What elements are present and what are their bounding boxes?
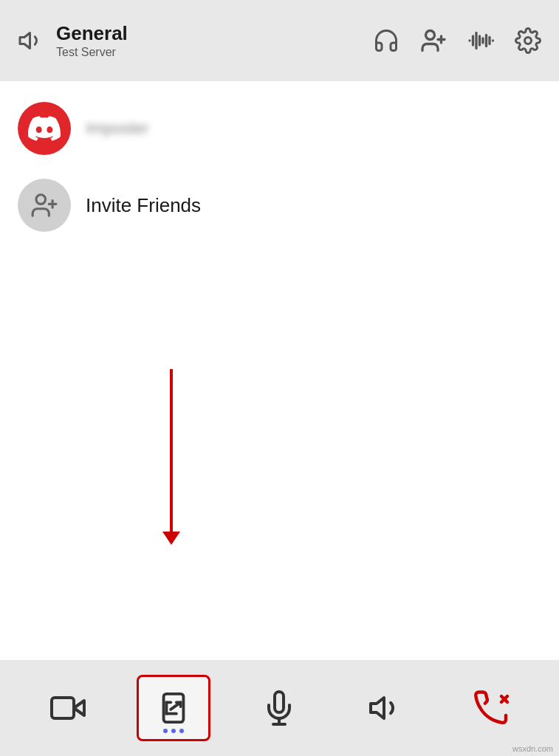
user-name-label: Imposter [86,119,149,138]
volume-icon[interactable] [18,27,44,54]
headphones-icon[interactable] [373,27,399,54]
svg-marker-16 [74,701,84,715]
header-left: General Test Server [18,22,358,58]
svg-point-12 [525,38,532,44]
invite-avatar [18,179,71,232]
arrow-head [162,532,180,545]
speaker-button[interactable] [349,675,422,741]
main-content: Imposter Invite Friends [0,81,559,660]
bottom-toolbar [0,660,559,756]
server-name: Test Server [56,46,128,59]
user-avatar [18,102,71,155]
svg-rect-17 [52,698,74,718]
invite-friends-label: Invite Friends [86,194,201,217]
channel-name: General [56,22,128,45]
settings-icon[interactable] [515,27,541,54]
arrow-line [170,369,173,532]
screen-share-dots [163,729,184,733]
microphone-button[interactable] [242,675,316,741]
video-button[interactable] [31,675,105,741]
svg-point-13 [36,195,46,205]
svg-point-1 [426,31,435,40]
audio-waveform-icon[interactable] [467,27,494,54]
header-actions [373,27,541,54]
annotation-arrow [162,369,180,545]
channel-title: General Test Server [56,22,128,58]
svg-marker-0 [20,33,30,49]
invite-friends-item[interactable]: Invite Friends [18,179,541,232]
watermark: wsxdn.com [512,744,553,753]
end-call-button[interactable] [454,675,528,741]
screen-share-button[interactable] [137,675,210,741]
add-member-icon[interactable] [420,27,447,54]
user-list-item[interactable]: Imposter [18,102,541,155]
svg-marker-25 [371,698,384,718]
header-bar: General Test Server [0,0,559,81]
